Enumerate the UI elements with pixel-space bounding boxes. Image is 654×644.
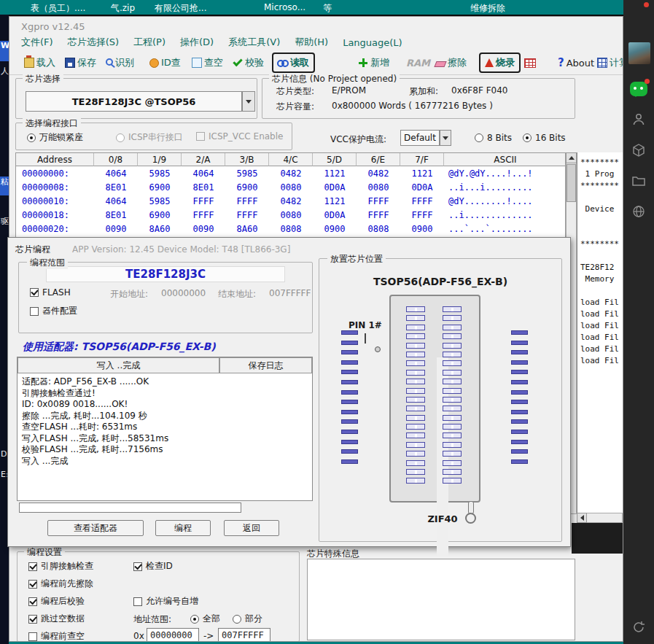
device-log-line: ********: [580, 180, 623, 192]
menu-chip-select[interactable]: 芯片选择(S): [61, 36, 126, 49]
calc-button[interactable]: 计算: [597, 54, 623, 71]
vcc-combo[interactable]: Default: [400, 130, 440, 146]
desktop-icon[interactable]: 粘: [0, 176, 9, 195]
icsp-vcc-checkbox[interactable]: ICSP_VCC Enable: [196, 131, 283, 141]
device-log-line: Device: [580, 203, 623, 215]
pin-check-checkbox[interactable]: 引脚接触检查: [28, 560, 93, 573]
globe-icon[interactable]: [631, 204, 646, 219]
burn-button[interactable]: 烧录: [479, 53, 521, 73]
scroll-up-button[interactable]: [566, 152, 577, 163]
menu-file[interactable]: 文件(F): [14, 36, 61, 49]
column-header[interactable]: 3/B: [225, 153, 269, 166]
grid-tool-button[interactable]: [524, 54, 538, 71]
program-log-line: 擦除 ...完成, 耗时...104.109 秒: [22, 411, 311, 422]
pin: [406, 451, 425, 457]
group-label: 选择编程接口: [23, 117, 81, 130]
taskbar-item[interactable]: Microso...: [264, 2, 305, 12]
blank-check-button[interactable]: 查空: [192, 54, 223, 71]
bits8-radio[interactable]: 8 Bits: [475, 133, 512, 143]
bits16-radio[interactable]: 16 Bits: [523, 133, 566, 143]
socket-pin-column-left: [406, 306, 425, 484]
verify-after-checkbox[interactable]: 编程后校验: [28, 595, 85, 608]
chat-icon[interactable]: [630, 82, 647, 96]
column-header[interactable]: 1/9: [138, 153, 182, 166]
view-adapter-button[interactable]: 查看适配器: [47, 520, 144, 536]
column-header[interactable]: 2/A: [182, 153, 225, 166]
erase-button[interactable]: 擦除: [435, 54, 467, 71]
chevron-down-icon: [246, 100, 252, 104]
menu-project[interactable]: 工程(P): [126, 36, 173, 49]
device-config-checkbox[interactable]: 器件配置: [30, 305, 77, 317]
buffer-row[interactable]: 00000010:40645985FFFFFFFF04821121FFFFFFF…: [16, 194, 565, 208]
column-header[interactable]: 4/C: [269, 153, 313, 166]
verify-button[interactable]: 校验: [233, 54, 264, 71]
pin: [443, 415, 462, 421]
device-log-line: load Fil: [580, 344, 623, 355]
status-button[interactable]: 写入 ..完成: [17, 357, 219, 373]
hex-cell: 0808: [269, 224, 313, 234]
add-button[interactable]: 新增: [358, 54, 389, 71]
buffer-row[interactable]: 00000008:8E0169008E01690000800D0A00800D0…: [16, 180, 565, 194]
taskbar-item[interactable]: 维修拆除: [470, 2, 505, 15]
taskbar-item[interactable]: 有限公司抢...: [155, 2, 206, 15]
detect-button[interactable]: 识别: [106, 54, 134, 71]
menu-help[interactable]: 帮助(H): [287, 36, 335, 49]
scrollbar-thumb[interactable]: [567, 164, 576, 202]
folder-icon[interactable]: [631, 174, 646, 188]
refresh-icon[interactable]: [631, 620, 646, 635]
pin: [511, 400, 528, 404]
about-button[interactable]: ?About: [558, 54, 594, 71]
program-button[interactable]: 编程: [155, 520, 211, 536]
column-header[interactable]: 5/D: [313, 153, 357, 166]
id-check-button[interactable]: ID查: [149, 54, 181, 71]
checkbox-icon: [133, 562, 142, 571]
chip-select-combo[interactable]: TE28F128J3C @TSOP56: [26, 91, 242, 112]
column-header[interactable]: ASCII: [444, 153, 567, 166]
column-header[interactable]: 7/F: [400, 153, 444, 166]
menu-operation[interactable]: 操作(D): [173, 36, 221, 49]
erase-before-checkbox[interactable]: 编程前先擦除: [28, 578, 93, 590]
save-icon: [65, 58, 75, 68]
column-header[interactable]: 6/E: [357, 153, 400, 166]
toolbar: 载入 保存 识别 ID查 查空 校验 读取 新增 RAM 擦除 烧录 ?Abou…: [9, 50, 623, 75]
read-button[interactable]: 读取: [272, 53, 315, 73]
address-from-input[interactable]: [147, 628, 199, 642]
photo-thumbnail[interactable]: [628, 42, 650, 64]
taskbar-item[interactable]: 等: [323, 2, 332, 15]
menu-tools[interactable]: 系统工具(V): [221, 36, 287, 49]
buffer-row[interactable]: 00000000:4064598540645985048211210482112…: [16, 166, 565, 180]
flash-checkbox[interactable]: FLASH: [30, 287, 71, 298]
cube-icon[interactable]: [631, 143, 646, 158]
icsp-radio[interactable]: ICSP串行接口: [116, 131, 183, 144]
pin: [406, 406, 425, 411]
column-header[interactable]: 0/8: [94, 153, 138, 166]
ram-button[interactable]: RAM: [406, 54, 430, 71]
pin: [443, 397, 462, 403]
menu-language[interactable]: Language(L): [335, 37, 410, 48]
column-header[interactable]: Address: [16, 153, 94, 166]
scroll-left-button[interactable]: [577, 513, 587, 523]
load-button[interactable]: 载入: [24, 54, 55, 71]
auto-increment-checkbox[interactable]: 允许编号自增: [133, 595, 198, 608]
skip-blank-checkbox[interactable]: 跳过空数据: [28, 613, 85, 625]
save-button[interactable]: 保存: [65, 54, 96, 71]
back-button[interactable]: 返回: [224, 520, 279, 536]
contacts-icon[interactable]: [631, 112, 646, 127]
range-all-radio[interactable]: 全部: [190, 613, 220, 625]
address-to-input[interactable]: [218, 628, 270, 642]
check-id-checkbox[interactable]: 检查ID: [133, 560, 173, 573]
taskbar-item[interactable]: 表（员工）....: [31, 2, 85, 15]
hex-cell: 0080: [269, 210, 313, 220]
save-log-button[interactable]: 保存日志: [219, 357, 312, 373]
buffer-row[interactable]: 00000018:8E016900FFFFFFFF00800D0AFFFFFFF…: [16, 208, 565, 222]
buffer-row[interactable]: 00000020:00908A6000908A60080809000808090…: [16, 222, 565, 236]
blank-before-checkbox[interactable]: 编程前查空: [28, 630, 85, 642]
desktop-icon-word[interactable]: W: [0, 41, 9, 61]
range-partial-radio[interactable]: 部分: [233, 613, 262, 625]
socket-radio[interactable]: 万能锁紧座: [27, 131, 83, 144]
program-log-line: 查空FLASH ...耗时: 6531ms: [22, 422, 311, 433]
taskbar-item[interactable]: 气.zip: [111, 2, 135, 15]
pin: [341, 360, 358, 365]
vcc-dropdown-button[interactable]: [440, 130, 451, 146]
chip-select-dropdown-button[interactable]: [242, 91, 255, 112]
